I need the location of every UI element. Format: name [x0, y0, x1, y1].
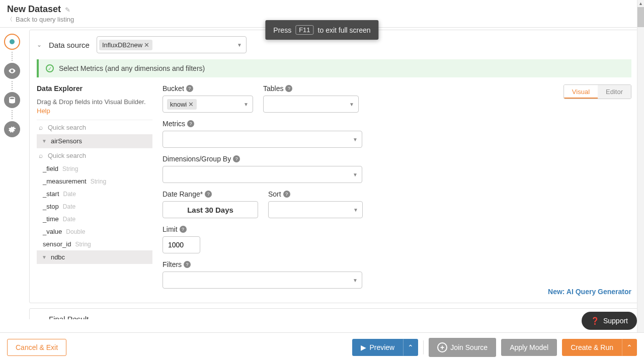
step-node-4[interactable] [4, 121, 20, 137]
preview-button[interactable]: ▶ Preview [352, 339, 403, 356]
field-row[interactable]: _fieldString [37, 162, 152, 175]
footer: Cancel & Exit ▶ Preview ⌃ + Join Source … [0, 332, 644, 362]
page-title: New Dataset [7, 4, 61, 15]
gear-icon [8, 125, 16, 133]
field-row[interactable]: sensor_idString [37, 238, 152, 250]
chevron-down-icon: ▼ [237, 42, 242, 48]
chevron-down-icon: ▼ [42, 254, 47, 260]
field-search-input[interactable]: ⌕ Quick search [37, 148, 152, 162]
back-label: Back to query listing [16, 16, 74, 23]
daterange-label: Date Range* [163, 190, 203, 198]
limit-input[interactable] [163, 236, 200, 253]
f11-key: F11 [295, 25, 313, 35]
help-icon[interactable]: ? [233, 155, 240, 162]
metrics-label: Metrics [163, 120, 185, 128]
quick-search-input[interactable]: ⌕ Quick search [37, 120, 152, 134]
step-node-2[interactable] [4, 63, 20, 79]
plus-circle-icon: + [437, 342, 447, 352]
edit-title-icon[interactable]: ✎ [65, 6, 70, 14]
chevron-down-icon: ▼ [353, 137, 358, 142]
preview-dropdown[interactable]: ⌃ [403, 339, 418, 356]
dimensions-label: Dimensions/Group By [163, 155, 231, 163]
limit-label: Limit [163, 225, 178, 233]
help-icon[interactable]: ? [186, 85, 193, 92]
scroll-up-arrow[interactable]: ▲ [637, 0, 644, 7]
remove-datasource-icon[interactable]: ✕ [144, 41, 149, 49]
bucket-select[interactable]: knowi✕ ▼ [163, 96, 253, 113]
search-icon: ⌕ [39, 151, 43, 159]
scroll-thumb[interactable] [637, 7, 644, 27]
tree-item-airsensors[interactable]: ▼ airSensors [37, 134, 152, 148]
field-row[interactable]: _startDate [37, 188, 152, 200]
filters-label: Filters [163, 260, 182, 268]
help-icon[interactable]: ? [205, 191, 212, 198]
step-node-1[interactable] [4, 34, 20, 50]
support-button[interactable]: ❓ Support [582, 312, 637, 330]
apply-model-button[interactable]: Apply Model [501, 339, 557, 356]
info-banner: ✓ Select Metrics (and any dimensions and… [37, 59, 631, 77]
sort-label: Sort [268, 190, 281, 198]
chevron-down-icon: ▼ [349, 102, 354, 107]
cancel-button[interactable]: Cancel & Exit [7, 339, 66, 356]
tables-label: Tables [263, 84, 283, 93]
tree-item-ndbc[interactable]: ▼ ndbc [37, 250, 152, 264]
fullscreen-toast: Press F11 to exit full screen [265, 20, 378, 40]
help-icon[interactable]: ? [283, 191, 290, 198]
filters-select[interactable]: ▼ [163, 272, 362, 289]
datasource-chip: InfluxDB2new ✕ [99, 40, 152, 50]
eye-icon [8, 67, 16, 75]
help-icon[interactable]: ? [184, 261, 191, 268]
ai-query-link[interactable]: New: AI Query Generator [548, 288, 631, 296]
help-icon[interactable]: ? [187, 120, 194, 127]
chevron-down-icon: ▼ [353, 278, 358, 283]
bucket-label: Bucket [163, 84, 184, 93]
search-icon: ⌕ [39, 123, 43, 131]
step-nav [0, 28, 24, 319]
help-icon[interactable]: ? [285, 85, 292, 92]
chevron-down-icon: ▼ [353, 172, 358, 177]
help-link[interactable]: Help [37, 107, 50, 115]
datasource-select[interactable]: InfluxDB2new ✕ ▼ [97, 36, 247, 53]
metrics-select[interactable]: ▼ [163, 131, 362, 148]
tab-visual[interactable]: Visual [564, 85, 598, 99]
field-row[interactable]: _timeDate [37, 213, 152, 225]
field-row[interactable]: _valueDouble [37, 225, 152, 238]
tab-editor[interactable]: Editor [598, 85, 631, 99]
play-icon: ▶ [361, 343, 366, 351]
scrollbar[interactable]: ▲ ▼ [637, 0, 644, 362]
data-explorer-title: Data Explorer [37, 84, 152, 93]
step-node-3[interactable] [4, 92, 20, 108]
create-run-button[interactable]: Create & Run [562, 339, 622, 356]
create-run-dropdown[interactable]: ⌃ [622, 339, 637, 356]
datasource-section-title: Data source [49, 41, 90, 49]
chevron-down-icon: ▼ [244, 102, 249, 107]
check-circle-icon: ✓ [46, 64, 54, 72]
collapse-final-icon[interactable]: ⌄ [37, 316, 42, 320]
chevron-left-icon: 〈 [7, 16, 13, 23]
dimensions-select[interactable]: ▼ [163, 166, 362, 183]
support-icon: ❓ [591, 317, 599, 325]
database-icon [8, 96, 16, 104]
join-source-button[interactable]: + Join Source [429, 338, 496, 357]
final-result-title: Final Result [49, 315, 89, 319]
daterange-select[interactable]: Last 30 Days [163, 201, 258, 218]
chevron-down-icon: ▼ [353, 207, 358, 213]
tables-select[interactable]: ▼ [263, 96, 359, 113]
remove-bucket-icon[interactable]: ✕ [188, 101, 194, 108]
help-icon[interactable]: ? [180, 226, 187, 233]
chevron-down-icon: ▼ [42, 138, 47, 144]
field-row[interactable]: _measurementString [37, 175, 152, 188]
sort-select[interactable]: ▼ [268, 201, 363, 218]
explorer-hint: Drag & Drop fields into Visual Builder. … [37, 98, 152, 116]
collapse-datasource-icon[interactable]: ⌄ [37, 41, 42, 48]
view-toggle: Visual Editor [564, 84, 631, 99]
field-row[interactable]: _stopDate [37, 200, 152, 213]
